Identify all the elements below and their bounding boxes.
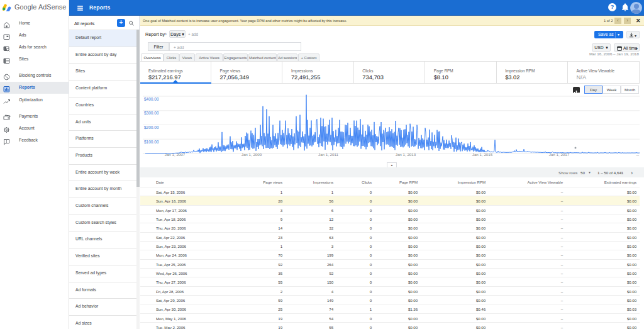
svg-text:Jan 1, 2015: Jan 1, 2015 <box>472 152 493 157</box>
svg-text:$300.00: $300.00 <box>144 111 159 115</box>
svg-text:Jan 1, 2013: Jan 1, 2013 <box>396 152 416 157</box>
svg-text:Jan 1, 2011: Jan 1, 2011 <box>318 152 338 157</box>
svg-text:$100.00: $100.00 <box>144 140 159 144</box>
svg-text:Jan 1, 2009: Jan 1, 2009 <box>242 152 262 157</box>
svg-text:$400.00: $400.00 <box>144 97 159 101</box>
svg-text:$200.00: $200.00 <box>144 125 159 130</box>
